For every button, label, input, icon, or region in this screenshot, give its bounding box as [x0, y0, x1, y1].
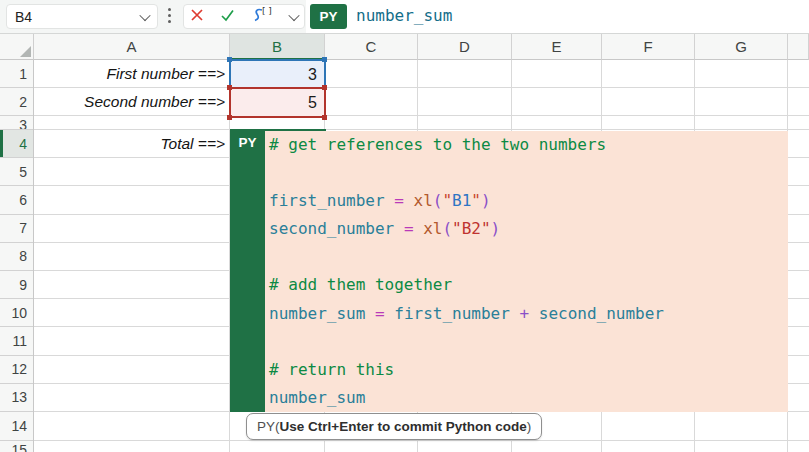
formula-bar: B4 [ ] PY number_sum — [0, 0, 809, 34]
code-token: xl — [414, 191, 433, 210]
row-header-9[interactable]: 9 — [0, 271, 34, 299]
active-cell-border — [230, 129, 326, 131]
code-token: ) — [491, 219, 501, 238]
column-header-C[interactable]: C — [325, 34, 418, 60]
code-token: first_number — [269, 191, 385, 210]
code-line[interactable] — [269, 328, 788, 356]
code-token: number_sum — [269, 304, 365, 323]
excel-window: B4 [ ] PY number_sum ABCDEFG 1234567 — [0, 0, 809, 452]
python-cell-editor[interactable]: PY # get references to the two numbersfi… — [230, 131, 788, 412]
gridline — [34, 440, 809, 441]
code-line[interactable]: second_number = xl("B2") — [269, 215, 788, 243]
insert-function-icon[interactable]: [ ] — [250, 6, 274, 28]
code-token: # add them together — [269, 275, 452, 294]
svg-text:[ ]: [ ] — [262, 6, 272, 16]
code-line[interactable]: first_number = xl("B1") — [269, 187, 788, 215]
chevron-down-icon[interactable] — [288, 9, 299, 20]
column-headers: ABCDEFG — [0, 34, 809, 60]
row-header-2[interactable]: 2 — [0, 88, 34, 116]
code-line[interactable]: number_sum — [269, 384, 788, 412]
row-header-14[interactable]: 14 — [0, 412, 34, 441]
column-header-A[interactable]: A — [34, 34, 230, 60]
code-token: "B2" — [452, 219, 491, 238]
column-header-B[interactable]: B — [230, 34, 325, 60]
column-header-partial[interactable] — [788, 34, 809, 60]
code-token: " — [471, 191, 481, 210]
range-handle[interactable] — [322, 57, 327, 62]
code-token: number_sum — [269, 388, 365, 407]
cell-reference: B4 — [15, 9, 32, 25]
code-token — [365, 304, 375, 323]
code-token: # return this — [269, 360, 394, 379]
formula-bar-actions: [ ] — [183, 4, 305, 29]
row-header-1[interactable]: 1 — [0, 60, 34, 88]
tooltip-hint: Use Ctrl+Enter to commit Python code — [280, 419, 527, 434]
python-badge: PY — [230, 131, 265, 412]
tooltip-suffix: ) — [527, 419, 532, 434]
row-header-6[interactable]: 6 — [0, 186, 34, 214]
code-token — [414, 219, 424, 238]
column-header-F[interactable]: F — [602, 34, 695, 60]
code-token: = — [375, 304, 385, 323]
code-token: = — [394, 191, 404, 210]
kebab-menu-icon[interactable] — [168, 8, 171, 23]
confirm-icon[interactable] — [220, 8, 235, 26]
code-token — [404, 191, 414, 210]
code-token — [529, 304, 539, 323]
code-token: second_number — [539, 304, 664, 323]
row-header-8[interactable]: 8 — [0, 243, 34, 271]
code-token: = — [404, 219, 414, 238]
code-token: first_number — [394, 304, 510, 323]
selected-row-accent — [0, 130, 3, 157]
name-box[interactable]: B4 — [6, 4, 158, 29]
row-header-7[interactable]: 7 — [0, 215, 34, 243]
cell-a4-label[interactable]: Total ==> — [34, 130, 230, 158]
formula-input[interactable]: number_sum — [356, 6, 452, 25]
cell-a1-label[interactable]: First number ==> — [34, 60, 230, 88]
select-all-icon — [20, 46, 31, 57]
code-token: ) — [481, 191, 491, 210]
range-handle[interactable] — [227, 57, 232, 62]
code-token: + — [519, 304, 529, 323]
range-handle[interactable] — [322, 85, 327, 90]
column-header-D[interactable]: D — [418, 34, 512, 60]
cell-b2-highlighted[interactable]: 5 — [229, 87, 326, 118]
column-header-E[interactable]: E — [512, 34, 602, 60]
code-token: " — [442, 191, 452, 210]
code-token — [394, 219, 404, 238]
python-formula-badge: PY — [310, 4, 347, 29]
code-line[interactable]: # return this — [269, 356, 788, 384]
row-header-15[interactable]: 15 — [0, 441, 34, 452]
cell-a2-label[interactable]: Second number ==> — [34, 88, 230, 116]
code-token — [385, 304, 395, 323]
row-header-12[interactable]: 12 — [0, 356, 34, 384]
code-line[interactable] — [269, 243, 788, 271]
code-line[interactable]: # get references to the two numbers — [269, 131, 788, 159]
code-line[interactable] — [269, 159, 788, 187]
row-headers: 123456789101112131415 — [0, 60, 34, 452]
code-token: ( — [433, 191, 443, 210]
cell-b1-highlighted[interactable]: 3 — [229, 59, 326, 89]
range-handle[interactable] — [227, 115, 232, 120]
python-code-area[interactable]: # get references to the two numbersfirst… — [265, 131, 788, 412]
row-header-5[interactable]: 5 — [0, 158, 34, 186]
row-header-4[interactable]: 4 — [0, 130, 34, 158]
cancel-icon[interactable] — [190, 8, 204, 26]
tooltip-prefix: PY( — [257, 419, 280, 434]
code-line[interactable]: number_sum = first_number + second_numbe… — [269, 300, 788, 328]
range-handle[interactable] — [322, 115, 327, 120]
row-header-13[interactable]: 13 — [0, 384, 34, 412]
code-token — [385, 191, 395, 210]
row-header-10[interactable]: 10 — [0, 299, 34, 327]
column-header-G[interactable]: G — [695, 34, 788, 60]
code-token: second_number — [269, 219, 394, 238]
row-header-3[interactable]: 3 — [0, 116, 34, 130]
code-token: ( — [442, 219, 452, 238]
select-all-button[interactable] — [0, 34, 34, 60]
code-line[interactable]: # add them together — [269, 271, 788, 299]
row-header-11[interactable]: 11 — [0, 327, 34, 355]
code-token: # get references to the two numbers — [269, 135, 606, 154]
chevron-down-icon[interactable] — [139, 9, 150, 20]
commit-tooltip: PY(Use Ctrl+Enter to commit Python code) — [246, 413, 542, 440]
range-handle[interactable] — [227, 85, 232, 90]
